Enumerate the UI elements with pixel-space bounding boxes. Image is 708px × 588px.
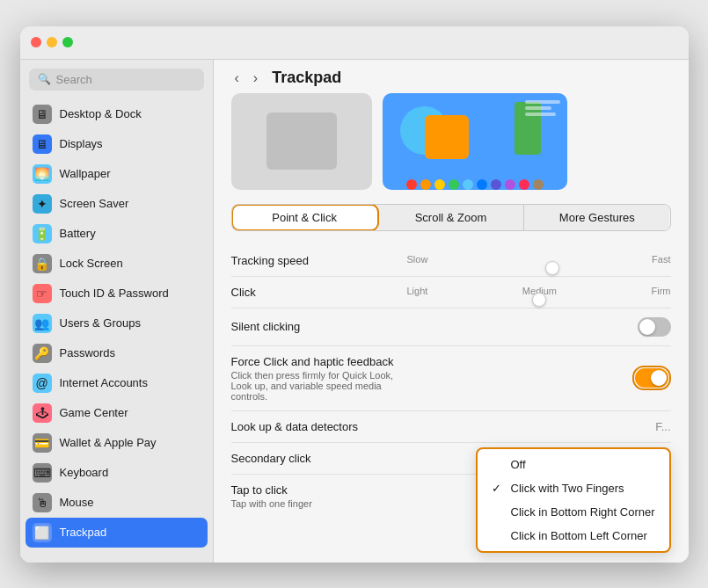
- color-dot: [491, 179, 501, 190]
- row-control: F...: [407, 420, 671, 433]
- sidebar-label-lock-screen: Lock Screen: [60, 257, 123, 270]
- row-label-area: Force Click and haptic feedback Click th…: [231, 355, 407, 402]
- color-dot: [505, 179, 515, 190]
- dropdown-item-label: Off: [511, 458, 526, 471]
- dropdown-item[interactable]: Off: [478, 453, 669, 476]
- slider-min-label: Slow: [407, 254, 428, 265]
- sidebar-icon-displays: 🖥: [33, 134, 52, 154]
- sidebar-item-desktop-dock[interactable]: 🖥 Desktop & Dock: [26, 99, 208, 129]
- sidebar-item-trackpad[interactable]: ⬜ Trackpad: [26, 518, 208, 548]
- preview-line: [525, 100, 560, 104]
- sidebar-icon-mouse: 🖱: [33, 493, 52, 512]
- slider-area[interactable]: Slow Fast: [407, 254, 671, 266]
- row-control: [407, 366, 671, 390]
- row-control: [407, 317, 671, 337]
- dropdown-item[interactable]: Click in Bottom Right Corner: [478, 500, 669, 524]
- main-panel: ‹ › Trackpad: [214, 60, 689, 563]
- sidebar-label-passwords: Passwords: [60, 346, 116, 359]
- row-label-area: Tracking speed: [231, 254, 407, 267]
- row-label: Silent clicking: [231, 320, 407, 333]
- slider-min-label: Light: [407, 286, 428, 296]
- tab-scroll-zoom[interactable]: Scroll & Zoom: [378, 205, 524, 230]
- toggle-force-click[interactable]: [635, 368, 668, 388]
- dropdown-item[interactable]: Click in Bottom Left Corner: [478, 524, 669, 548]
- minimize-button[interactable]: [47, 37, 57, 47]
- sidebar-icon-keyboard: ⌨: [33, 463, 52, 483]
- color-dot: [519, 179, 529, 190]
- sidebar-label-trackpad: Trackpad: [60, 526, 107, 539]
- settings-row-tracking-speed: Tracking speed Slow Fast: [231, 245, 671, 277]
- titlebar: [20, 26, 689, 60]
- back-button[interactable]: ‹: [231, 69, 243, 88]
- close-button[interactable]: [31, 37, 41, 47]
- sidebar-item-keyboard[interactable]: ⌨ Keyboard: [26, 458, 208, 488]
- sidebar-label-keyboard: Keyboard: [60, 466, 109, 479]
- sidebar-icon-game-center: 🕹: [33, 403, 52, 423]
- sidebar-label-game-center: Game Center: [60, 406, 128, 419]
- maximize-button[interactable]: [62, 37, 73, 47]
- row-label-area: Silent clicking: [231, 320, 407, 333]
- row-label-area: Look up & data detectors: [231, 420, 407, 433]
- sidebar-label-internet-accounts: Internet Accounts: [60, 376, 148, 389]
- row-label-area: Click: [231, 286, 407, 299]
- row-control: Light Medium Firm: [407, 286, 671, 298]
- row-label: Look up & data detectors: [231, 420, 407, 433]
- tab-more-gestures[interactable]: More Gestures: [524, 205, 669, 230]
- sidebar-label-battery: Battery: [60, 227, 96, 240]
- row-label: Click: [231, 286, 407, 299]
- preview-content: [383, 93, 567, 176]
- forward-button[interactable]: ›: [250, 69, 261, 88]
- sidebar-icon-wallet: 💳: [33, 433, 52, 453]
- sidebar-label-wallpaper: Wallpaper: [60, 167, 111, 180]
- row-sublabel: Tap with one finger: [231, 498, 407, 509]
- slider-thumb[interactable]: [532, 293, 546, 307]
- sidebar-item-wallpaper[interactable]: 🌅 Wallpaper: [26, 159, 208, 189]
- sidebar-item-passwords[interactable]: 🔑 Passwords: [26, 338, 208, 368]
- slider-area[interactable]: Light Medium Firm: [407, 286, 671, 298]
- toggle-silent-clicking[interactable]: [638, 317, 671, 337]
- content-area: 🔍 Search 🖥 Desktop & Dock 🖥 Displays 🌅 W…: [20, 60, 689, 563]
- color-dot: [533, 179, 544, 190]
- sidebar-item-lock-screen[interactable]: 🔒 Lock Screen: [26, 249, 208, 279]
- sidebar-item-displays[interactable]: 🖥 Displays: [26, 129, 208, 159]
- sidebar-label-mouse: Mouse: [60, 496, 94, 509]
- dropdown-item-label: Click in Bottom Right Corner: [511, 505, 655, 519]
- traffic-lights: [31, 37, 73, 47]
- preview-line: [525, 113, 556, 116]
- sidebar-icon-touch-id: ☞: [33, 284, 52, 303]
- sidebar-item-touch-id[interactable]: ☞ Touch ID & Password: [26, 279, 208, 309]
- sidebar-icon-desktop-dock: 🖥: [33, 105, 52, 124]
- sidebar-item-battery[interactable]: 🔋 Battery: [26, 219, 208, 249]
- sidebar: 🔍 Search 🖥 Desktop & Dock 🖥 Displays 🌅 W…: [20, 60, 214, 563]
- search-icon: 🔍: [38, 73, 51, 85]
- row-sublabel: Click then press firmly for Quick Look, …: [231, 370, 407, 402]
- sidebar-item-internet-accounts[interactable]: @ Internet Accounts: [26, 368, 208, 398]
- sidebar-icon-screen-saver: ✦: [33, 194, 52, 214]
- toggle-ring: [632, 366, 671, 390]
- color-dot: [420, 179, 431, 190]
- sidebar-item-users-groups[interactable]: 👥 Users & Groups: [26, 309, 208, 338]
- settings-row-look-up: Look up & data detectors F...: [231, 411, 671, 443]
- sidebar-item-wallet[interactable]: 💳 Wallet & Apple Pay: [26, 428, 208, 458]
- dropdown-check: ✓: [492, 482, 504, 495]
- settings-row-force-click: Force Click and haptic feedback Click th…: [231, 346, 671, 411]
- tab-point-click[interactable]: Point & Click: [232, 205, 378, 230]
- tab-bar: Point & ClickScroll & ZoomMore Gestures: [231, 204, 671, 231]
- slider-thumb[interactable]: [545, 261, 559, 275]
- sidebar-label-touch-id: Touch ID & Password: [60, 287, 169, 300]
- sidebar-list: 🖥 Desktop & Dock 🖥 Displays 🌅 Wallpaper …: [20, 96, 213, 551]
- page-title: Trackpad: [272, 69, 341, 87]
- main-body: Point & ClickScroll & ZoomMore Gestures …: [214, 93, 689, 563]
- search-bar[interactable]: 🔍 Search: [29, 69, 204, 91]
- slider-max-label: Firm: [651, 286, 670, 296]
- color-dot: [463, 179, 473, 190]
- color-dot: [477, 179, 487, 190]
- sidebar-item-mouse[interactable]: 🖱 Mouse: [26, 488, 208, 518]
- dropdown-item[interactable]: ✓ Click with Two Fingers: [478, 476, 669, 500]
- sidebar-icon-trackpad: ⬜: [33, 523, 52, 542]
- dropdown-item-label: Click with Two Fingers: [511, 482, 624, 495]
- dropdown-partial-text[interactable]: F...: [655, 420, 670, 433]
- sidebar-item-screen-saver[interactable]: ✦ Screen Saver: [26, 189, 208, 219]
- sidebar-item-game-center[interactable]: 🕹 Game Center: [26, 398, 208, 428]
- search-placeholder: Search: [56, 73, 92, 86]
